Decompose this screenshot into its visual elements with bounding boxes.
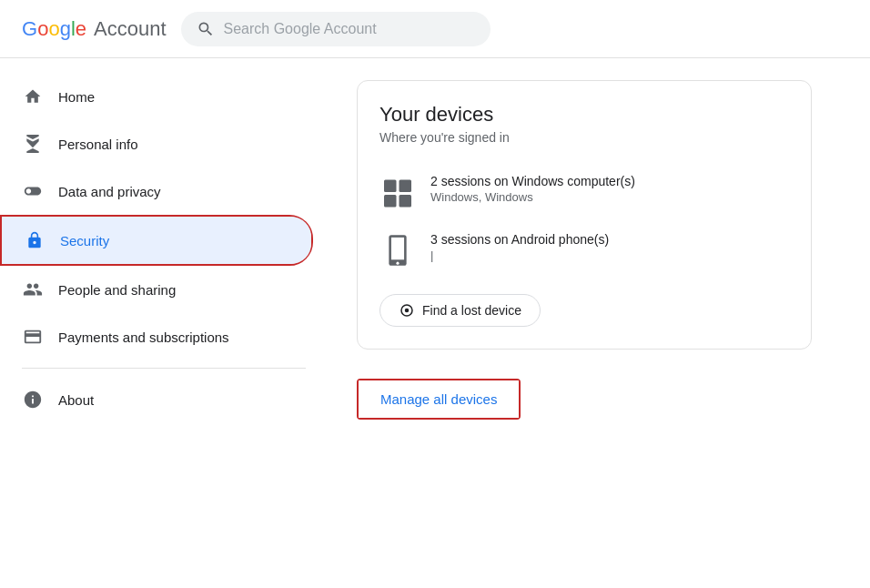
search-icon [197, 20, 215, 38]
toggle-icon [22, 180, 44, 202]
home-icon [22, 86, 44, 107]
svg-rect-1 [400, 180, 412, 193]
find-device-label: Find a lost device [422, 303, 521, 318]
find-device-button[interactable]: Find a lost device [379, 294, 541, 327]
phone-icon [379, 232, 416, 269]
svg-rect-3 [400, 195, 412, 208]
main-content: Your devices Where you're signed in 2 se… [328, 58, 870, 588]
svg-rect-0 [384, 180, 397, 193]
people-icon [22, 279, 44, 300]
svg-rect-5 [391, 238, 404, 259]
nav-divider [22, 368, 306, 369]
manage-all-devices-button[interactable]: Manage all devices [359, 380, 519, 418]
device-item-android: 3 sessions on Android phone(s) | [379, 221, 789, 279]
sidebar-item-security[interactable]: Security [2, 217, 311, 264]
find-device-icon [399, 302, 415, 319]
card-icon [22, 326, 44, 348]
sidebar-item-people-sharing[interactable]: People and sharing [0, 266, 313, 313]
search-bar [181, 12, 491, 46]
windows-icon [379, 174, 416, 210]
account-wordmark: Account [94, 17, 167, 41]
card-title: Your devices [379, 103, 789, 127]
device-detail-windows: Windows, Windows [430, 190, 635, 204]
sidebar-item-home-label: Home [58, 89, 95, 105]
device-card: Your devices Where you're signed in 2 se… [357, 80, 812, 350]
main-layout: Home Personal info Data and privacy [0, 58, 870, 588]
search-input[interactable] [224, 21, 475, 37]
device-info-windows: 2 sessions on Windows computer(s) Window… [430, 174, 635, 204]
sidebar-item-data-privacy-label: Data and privacy [58, 184, 161, 199]
lock-icon [24, 229, 46, 251]
device-item-windows: 2 sessions on Windows computer(s) Window… [379, 163, 789, 221]
device-info-android: 3 sessions on Android phone(s) | [430, 232, 609, 262]
person-icon [22, 133, 44, 155]
logo: Google Account [22, 17, 167, 41]
sidebar-item-home[interactable]: Home [0, 73, 313, 120]
manage-all-wrapper: Manage all devices [357, 379, 521, 420]
info-icon [22, 389, 44, 411]
sidebar-item-about-label: About [58, 392, 94, 408]
sidebar-item-about[interactable]: About [0, 376, 313, 423]
device-name-android: 3 sessions on Android phone(s) [430, 232, 609, 247]
header: Google Account [0, 0, 870, 58]
device-detail-android: | [430, 248, 609, 262]
svg-point-8 [405, 309, 410, 313]
svg-point-6 [396, 262, 399, 265]
sidebar-item-data-privacy[interactable]: Data and privacy [0, 167, 313, 215]
card-subtitle: Where you're signed in [379, 130, 789, 145]
svg-rect-2 [384, 195, 397, 208]
sidebar-item-security-wrapper: Security [0, 215, 313, 266]
sidebar-item-security-label: Security [60, 233, 109, 248]
device-name-windows: 2 sessions on Windows computer(s) [430, 174, 635, 188]
sidebar-item-payments-label: Payments and subscriptions [58, 329, 229, 345]
sidebar-item-people-sharing-label: People and sharing [58, 282, 176, 298]
google-wordmark: Google [22, 17, 86, 41]
sidebar-item-personal-info[interactable]: Personal info [0, 120, 313, 167]
sidebar-item-payments[interactable]: Payments and subscriptions [0, 313, 313, 360]
sidebar-item-personal-info-label: Personal info [58, 137, 138, 152]
sidebar: Home Personal info Data and privacy [0, 58, 328, 588]
